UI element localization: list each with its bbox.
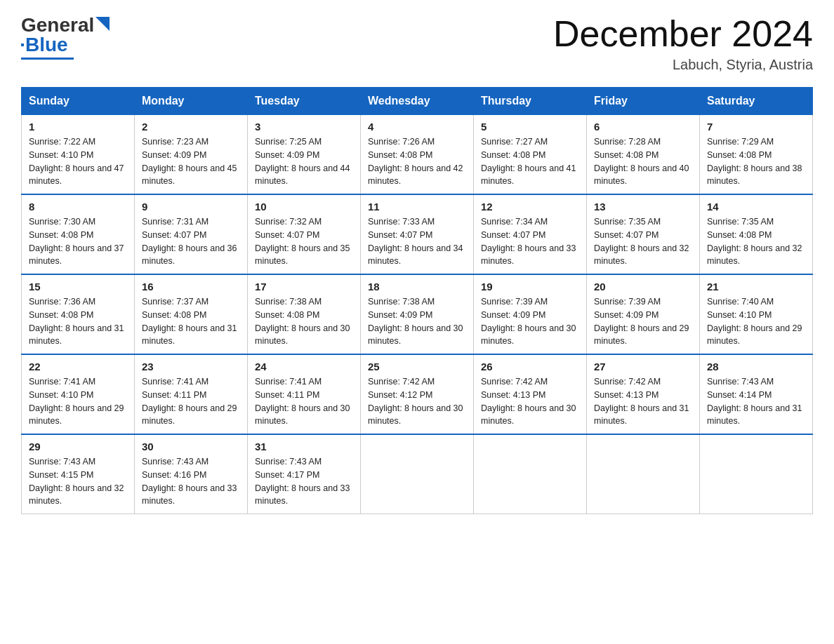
page-header: General Blue December 2024 Labuch, Styri…	[21, 14, 813, 73]
day-number: 2	[142, 121, 240, 133]
calendar-cell: 4 Sunrise: 7:26 AMSunset: 4:08 PMDayligh…	[361, 115, 474, 195]
day-info: Sunrise: 7:41 AMSunset: 4:10 PMDaylight:…	[29, 377, 124, 426]
calendar-cell: 27 Sunrise: 7:42 AMSunset: 4:13 PMDaylig…	[587, 354, 700, 434]
day-number: 24	[255, 361, 353, 373]
day-number: 10	[255, 201, 353, 213]
day-number: 30	[142, 441, 240, 452]
col-header-wednesday: Wednesday	[361, 88, 474, 115]
day-info: Sunrise: 7:26 AMSunset: 4:08 PMDaylight:…	[368, 137, 463, 186]
day-number: 9	[142, 201, 240, 213]
day-info: Sunrise: 7:28 AMSunset: 4:08 PMDaylight:…	[594, 137, 689, 186]
calendar-cell	[474, 434, 587, 514]
calendar-cell: 18 Sunrise: 7:38 AMSunset: 4:09 PMDaylig…	[361, 274, 474, 354]
day-info: Sunrise: 7:36 AMSunset: 4:08 PMDaylight:…	[29, 297, 124, 346]
col-header-saturday: Saturday	[700, 88, 813, 115]
day-info: Sunrise: 7:35 AMSunset: 4:07 PMDaylight:…	[594, 217, 689, 266]
calendar-cell	[361, 434, 474, 514]
day-info: Sunrise: 7:43 AMSunset: 4:14 PMDaylight:…	[707, 377, 802, 426]
calendar-cell: 7 Sunrise: 7:29 AMSunset: 4:08 PMDayligh…	[700, 115, 813, 195]
day-number: 8	[29, 201, 127, 213]
day-info: Sunrise: 7:37 AMSunset: 4:08 PMDaylight:…	[142, 297, 237, 346]
calendar-header-row: SundayMondayTuesdayWednesdayThursdayFrid…	[22, 88, 813, 115]
day-number: 17	[255, 281, 353, 293]
calendar-cell: 25 Sunrise: 7:42 AMSunset: 4:12 PMDaylig…	[361, 354, 474, 434]
calendar-week-row: 29 Sunrise: 7:43 AMSunset: 4:15 PMDaylig…	[22, 434, 813, 514]
calendar-cell: 8 Sunrise: 7:30 AMSunset: 4:08 PMDayligh…	[22, 194, 135, 274]
day-info: Sunrise: 7:43 AMSunset: 4:16 PMDaylight:…	[142, 457, 237, 506]
day-number: 14	[707, 201, 805, 213]
day-number: 31	[255, 441, 353, 452]
day-info: Sunrise: 7:39 AMSunset: 4:09 PMDaylight:…	[594, 297, 689, 346]
day-info: Sunrise: 7:42 AMSunset: 4:12 PMDaylight:…	[368, 377, 463, 426]
calendar-cell: 26 Sunrise: 7:42 AMSunset: 4:13 PMDaylig…	[474, 354, 587, 434]
col-header-sunday: Sunday	[22, 88, 135, 115]
day-number: 20	[594, 281, 692, 293]
day-info: Sunrise: 7:41 AMSunset: 4:11 PMDaylight:…	[142, 377, 237, 426]
day-number: 5	[481, 121, 579, 133]
calendar-cell: 31 Sunrise: 7:43 AMSunset: 4:17 PMDaylig…	[248, 434, 361, 514]
calendar-cell: 1 Sunrise: 7:22 AMSunset: 4:10 PMDayligh…	[22, 115, 135, 195]
calendar-cell: 13 Sunrise: 7:35 AMSunset: 4:07 PMDaylig…	[587, 194, 700, 274]
calendar-cell: 15 Sunrise: 7:36 AMSunset: 4:08 PMDaylig…	[22, 274, 135, 354]
day-number: 16	[142, 281, 240, 293]
day-info: Sunrise: 7:35 AMSunset: 4:08 PMDaylight:…	[707, 217, 802, 266]
calendar-week-row: 8 Sunrise: 7:30 AMSunset: 4:08 PMDayligh…	[22, 194, 813, 274]
calendar-cell: 6 Sunrise: 7:28 AMSunset: 4:08 PMDayligh…	[587, 115, 700, 195]
day-number: 4	[368, 121, 466, 133]
day-info: Sunrise: 7:33 AMSunset: 4:07 PMDaylight:…	[368, 217, 463, 266]
calendar-cell	[700, 434, 813, 514]
day-info: Sunrise: 7:34 AMSunset: 4:07 PMDaylight:…	[481, 217, 576, 266]
calendar-cell: 20 Sunrise: 7:39 AMSunset: 4:09 PMDaylig…	[587, 274, 700, 354]
day-info: Sunrise: 7:42 AMSunset: 4:13 PMDaylight:…	[481, 377, 576, 426]
day-info: Sunrise: 7:40 AMSunset: 4:10 PMDaylight:…	[707, 297, 802, 346]
col-header-friday: Friday	[587, 88, 700, 115]
location: Labuch, Styria, Austria	[553, 57, 813, 73]
calendar-cell: 12 Sunrise: 7:34 AMSunset: 4:07 PMDaylig…	[474, 194, 587, 274]
calendar-cell: 29 Sunrise: 7:43 AMSunset: 4:15 PMDaylig…	[22, 434, 135, 514]
calendar-cell: 30 Sunrise: 7:43 AMSunset: 4:16 PMDaylig…	[135, 434, 248, 514]
calendar-cell: 24 Sunrise: 7:41 AMSunset: 4:11 PMDaylig…	[248, 354, 361, 434]
calendar-cell: 21 Sunrise: 7:40 AMSunset: 4:10 PMDaylig…	[700, 274, 813, 354]
day-number: 22	[29, 361, 127, 373]
month-title: December 2024	[553, 14, 813, 54]
calendar-cell: 22 Sunrise: 7:41 AMSunset: 4:10 PMDaylig…	[22, 354, 135, 434]
day-number: 11	[368, 201, 466, 213]
calendar-cell: 10 Sunrise: 7:32 AMSunset: 4:07 PMDaylig…	[248, 194, 361, 274]
day-info: Sunrise: 7:43 AMSunset: 4:17 PMDaylight:…	[255, 457, 350, 506]
day-info: Sunrise: 7:27 AMSunset: 4:08 PMDaylight:…	[481, 137, 576, 186]
day-number: 26	[481, 361, 579, 373]
calendar-cell	[587, 434, 700, 514]
day-info: Sunrise: 7:42 AMSunset: 4:13 PMDaylight:…	[594, 377, 689, 426]
day-number: 21	[707, 281, 805, 293]
calendar-cell: 16 Sunrise: 7:37 AMSunset: 4:08 PMDaylig…	[135, 274, 248, 354]
calendar-cell: 2 Sunrise: 7:23 AMSunset: 4:09 PMDayligh…	[135, 115, 248, 195]
day-info: Sunrise: 7:25 AMSunset: 4:09 PMDaylight:…	[255, 137, 350, 186]
day-number: 18	[368, 281, 466, 293]
day-info: Sunrise: 7:29 AMSunset: 4:08 PMDaylight:…	[707, 137, 802, 186]
day-number: 3	[255, 121, 353, 133]
day-number: 19	[481, 281, 579, 293]
calendar-week-row: 15 Sunrise: 7:36 AMSunset: 4:08 PMDaylig…	[22, 274, 813, 354]
day-info: Sunrise: 7:22 AMSunset: 4:10 PMDaylight:…	[29, 137, 124, 186]
day-number: 6	[594, 121, 692, 133]
col-header-thursday: Thursday	[474, 88, 587, 115]
calendar-week-row: 22 Sunrise: 7:41 AMSunset: 4:10 PMDaylig…	[22, 354, 813, 434]
day-info: Sunrise: 7:38 AMSunset: 4:08 PMDaylight:…	[255, 297, 350, 346]
calendar-week-row: 1 Sunrise: 7:22 AMSunset: 4:10 PMDayligh…	[22, 115, 813, 195]
day-info: Sunrise: 7:41 AMSunset: 4:11 PMDaylight:…	[255, 377, 350, 426]
calendar-cell: 19 Sunrise: 7:39 AMSunset: 4:09 PMDaylig…	[474, 274, 587, 354]
title-block: December 2024 Labuch, Styria, Austria	[553, 14, 813, 73]
calendar-table: SundayMondayTuesdayWednesdayThursdayFrid…	[21, 87, 813, 514]
day-number: 29	[29, 441, 127, 452]
day-number: 1	[29, 121, 127, 133]
day-info: Sunrise: 7:31 AMSunset: 4:07 PMDaylight:…	[142, 217, 237, 266]
calendar-cell: 17 Sunrise: 7:38 AMSunset: 4:08 PMDaylig…	[248, 274, 361, 354]
day-number: 7	[707, 121, 805, 133]
day-info: Sunrise: 7:43 AMSunset: 4:15 PMDaylight:…	[29, 457, 124, 506]
day-number: 28	[707, 361, 805, 373]
calendar-cell: 28 Sunrise: 7:43 AMSunset: 4:14 PMDaylig…	[700, 354, 813, 434]
day-number: 15	[29, 281, 127, 293]
calendar-cell: 14 Sunrise: 7:35 AMSunset: 4:08 PMDaylig…	[700, 194, 813, 274]
day-number: 25	[368, 361, 466, 373]
day-info: Sunrise: 7:23 AMSunset: 4:09 PMDaylight:…	[142, 137, 237, 186]
